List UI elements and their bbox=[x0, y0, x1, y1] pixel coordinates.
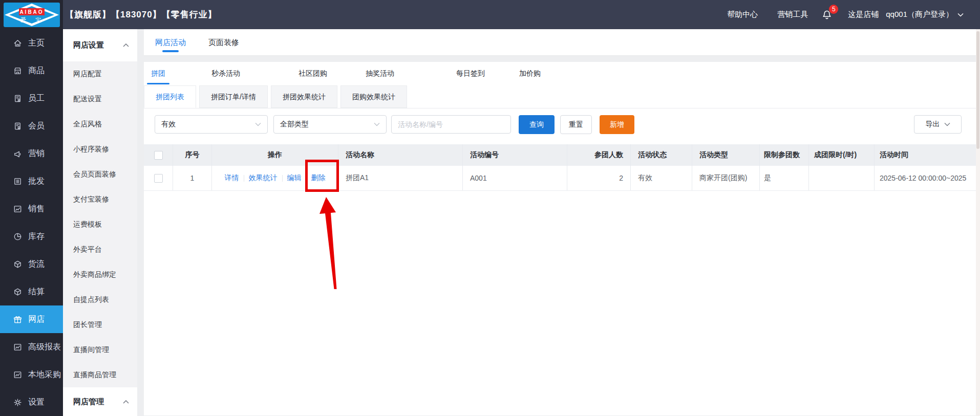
filter-bar: 有效 全部类型 查询 重置 新增 导出 bbox=[144, 108, 980, 144]
main-content: 网店活动 页面装修 拼团 秒杀活动 社区团购 抽奖活动 每日签到 加价购 拼团列… bbox=[144, 29, 980, 416]
subsidebar-item-member-page-decor[interactable]: 会员页面装修 bbox=[63, 162, 137, 187]
box-icon bbox=[13, 287, 23, 297]
main-sidebar: 主页 商品 员工 会员 营销 批发 销售 库存 货流 结算 网店 高级 bbox=[0, 29, 63, 416]
export-label: 导出 bbox=[926, 120, 940, 129]
col-index: 序号 bbox=[173, 144, 212, 166]
col-activity-name: 活动名称 bbox=[338, 144, 463, 166]
subsidebar-item-store-config[interactable]: 网店配置 bbox=[63, 61, 137, 86]
table-row: 1 详情 效果统计 编辑 删除 拼团A1 A001 2 有效 商家开团(团购) … bbox=[144, 166, 980, 191]
query-button[interactable]: 查询 bbox=[519, 115, 555, 134]
sidebar-item-settings[interactable]: 设置 bbox=[0, 388, 63, 416]
sidebar-item-staff[interactable]: 员工 bbox=[0, 84, 63, 112]
store-icon bbox=[13, 66, 23, 76]
sidebar-item-inventory[interactable]: 库存 bbox=[0, 223, 63, 250]
subsidebar-item-miniprogram-decor[interactable]: 小程序装修 bbox=[63, 137, 137, 162]
sidebar-item-settlement[interactable]: 结算 bbox=[0, 278, 63, 305]
sidebar-item-label: 批发 bbox=[28, 176, 45, 187]
tab-lottery[interactable]: 抽奖活动 bbox=[366, 62, 394, 85]
delete-link[interactable]: 删除 bbox=[311, 173, 326, 183]
divider-band bbox=[144, 56, 980, 62]
col-activity-code: 活动编号 bbox=[463, 144, 567, 166]
tab-add-on-purchase[interactable]: 加价购 bbox=[519, 62, 541, 85]
tab-group-orders[interactable]: 拼团订单/详情 bbox=[199, 85, 268, 108]
trend-icon bbox=[13, 370, 23, 380]
tab-community-group[interactable]: 社区团购 bbox=[299, 62, 327, 85]
tab-group-buy[interactable]: 拼团 bbox=[151, 62, 165, 85]
marketing-tools-link[interactable]: 营销工具 bbox=[777, 10, 808, 19]
section-store-management[interactable]: 网店管理 bbox=[63, 387, 137, 416]
tab-group-stats[interactable]: 拼团效果统计 bbox=[271, 85, 337, 108]
col-group-time-limit: 成团限时(/时) bbox=[809, 144, 875, 166]
sidebar-item-label: 营销 bbox=[28, 148, 45, 159]
select-all-checkbox[interactable] bbox=[154, 151, 163, 160]
add-button[interactable]: 新增 bbox=[600, 115, 634, 134]
sidebar-item-label: 销售 bbox=[28, 204, 45, 214]
tab-daily-checkin[interactable]: 每日签到 bbox=[456, 62, 485, 85]
sidebar-item-label: 商品 bbox=[28, 65, 45, 76]
sidebar-item-label: 库存 bbox=[28, 231, 45, 242]
status-select[interactable]: 有效 bbox=[155, 115, 268, 134]
sidebar-item-sales[interactable]: 销售 bbox=[0, 195, 63, 223]
subsidebar-item-store-style[interactable]: 全店风格 bbox=[63, 112, 137, 137]
topbar-right: 帮助中心 营销工具 5 这是店铺 qq001（商户登录） bbox=[727, 0, 964, 29]
section-store-settings[interactable]: 网店设置 bbox=[63, 29, 137, 61]
sidebar-item-marketing[interactable]: 营销 bbox=[0, 140, 63, 167]
col-activity-status: 活动状态 bbox=[631, 144, 692, 166]
sidebar-item-logistics[interactable]: 货流 bbox=[0, 250, 63, 278]
tab-flash-sale[interactable]: 秒杀活动 bbox=[211, 62, 240, 85]
activity-search-input[interactable] bbox=[391, 115, 511, 134]
staff-doc-icon bbox=[13, 94, 23, 103]
logo-text-cn: 爱 宝 bbox=[20, 17, 45, 23]
table-header: 序号 操作 活动名称 活动编号 参团人数 活动状态 活动类型 限制参团数 成团限… bbox=[144, 144, 980, 166]
section-label: 网店设置 bbox=[73, 40, 104, 50]
user-menu[interactable]: qq001（商户登录） bbox=[886, 10, 953, 19]
sidebar-item-local-purchase[interactable]: 本地采购 bbox=[0, 361, 63, 388]
subsidebar-item-delivery-settings[interactable]: 配送设置 bbox=[63, 86, 137, 112]
help-center-link[interactable]: 帮助中心 bbox=[727, 10, 758, 19]
tab-groupbuy-stats[interactable]: 团购效果统计 bbox=[340, 85, 407, 108]
export-button[interactable]: 导出 bbox=[914, 115, 962, 134]
gear-icon bbox=[13, 398, 23, 407]
sidebar-item-advanced-reports[interactable]: 高级报表 bbox=[0, 333, 63, 361]
subsidebar-item-live-room[interactable]: 直播间管理 bbox=[63, 337, 137, 362]
subsidebar-item-alipay-decor[interactable]: 支付宝装修 bbox=[63, 187, 137, 212]
top-bar: AIBAO 爱 宝 【旗舰版】【183070】【零售行业】 帮助中心 营销工具 … bbox=[0, 0, 980, 29]
sidebar-item-members[interactable]: 会员 bbox=[0, 112, 63, 140]
col-actions: 操作 bbox=[212, 144, 338, 166]
subsidebar-item-pickup-points[interactable]: 自提点列表 bbox=[63, 287, 137, 312]
col-activity-time: 活动时间 bbox=[875, 144, 980, 166]
row-checkbox[interactable] bbox=[154, 174, 163, 183]
gift-icon bbox=[13, 315, 23, 324]
sidebar-item-wholesale[interactable]: 批发 bbox=[0, 167, 63, 195]
vertical-scrollbar[interactable] bbox=[976, 29, 980, 416]
sidebar-item-label: 高级报表 bbox=[28, 342, 61, 353]
chevron-down-icon[interactable] bbox=[957, 13, 964, 17]
subsidebar-item-group-leader[interactable]: 团长管理 bbox=[63, 312, 137, 337]
trend-icon bbox=[13, 342, 23, 352]
sidebar-item-home[interactable]: 主页 bbox=[0, 29, 63, 57]
reset-button[interactable]: 重置 bbox=[560, 115, 592, 134]
activity-tabs: 拼团 秒杀活动 社区团购 抽奖活动 每日签到 加价购 bbox=[144, 62, 980, 85]
store-settings-items: 网店配置 配送设置 全店风格 小程序装修 会员页面装修 支付宝装修 运费模板 外… bbox=[63, 61, 137, 387]
edit-link[interactable]: 编辑 bbox=[287, 173, 302, 183]
op-divider bbox=[282, 175, 283, 182]
detail-link[interactable]: 详情 bbox=[225, 173, 239, 183]
notification-bell[interactable]: 5 bbox=[821, 9, 833, 21]
sidebar-item-goods[interactable]: 商品 bbox=[0, 57, 63, 84]
subsidebar-item-takeout-platform[interactable]: 外卖平台 bbox=[63, 237, 137, 262]
shop-label[interactable]: 这是店铺 bbox=[848, 10, 879, 19]
scrollbar-thumb[interactable] bbox=[976, 31, 979, 149]
stats-link[interactable]: 效果统计 bbox=[249, 173, 278, 183]
row-activity-code: A001 bbox=[463, 166, 567, 190]
type-select[interactable]: 全部类型 bbox=[273, 115, 387, 134]
subsidebar-item-takeout-goods-bind[interactable]: 外卖商品绑定 bbox=[63, 262, 137, 287]
chevron-up-icon bbox=[123, 400, 129, 404]
subsidebar-item-freight-template[interactable]: 运费模板 bbox=[63, 212, 137, 237]
tab-page-decor[interactable]: 页面装修 bbox=[208, 29, 239, 56]
store-settings-sidebar: 网店设置 网店配置 配送设置 全店风格 小程序装修 会员页面装修 支付宝装修 运… bbox=[63, 29, 137, 416]
tab-store-activity[interactable]: 网店活动 bbox=[155, 29, 186, 56]
sidebar-item-online-store[interactable]: 网店 bbox=[0, 305, 63, 333]
subsidebar-item-live-goods[interactable]: 直播商品管理 bbox=[63, 362, 137, 387]
tab-group-list[interactable]: 拼团列表 bbox=[144, 85, 196, 108]
section-label: 网店管理 bbox=[73, 397, 104, 407]
